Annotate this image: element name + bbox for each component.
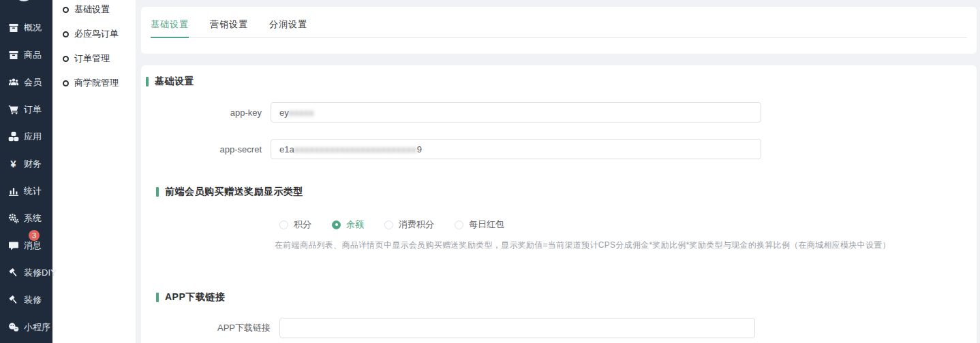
sidebar-item-label: 会员 [24, 76, 42, 88]
radio-circle-icon [455, 220, 463, 229]
sidebar-item-label: 订单 [24, 103, 42, 116]
section-bar-icon [146, 77, 149, 86]
app-key-input[interactable]: eyxxxxx [271, 102, 761, 122]
sidebar-item-stats[interactable]: 统计 [0, 178, 52, 205]
reward-type-help-text: 在前端商品列表、商品详情页中显示会员购买赠送奖励类型，显示奖励值=当前渠道预计C… [275, 240, 977, 251]
messages-badge: 3 [29, 230, 40, 241]
sidebar-item-label: 商品 [24, 49, 42, 61]
system-icon [7, 213, 19, 224]
section-basic-settings: 基础设置 [146, 65, 977, 88]
submenu-item-order-management[interactable]: 订单管理 [52, 46, 136, 71]
app-secret-label: app-secret [141, 144, 271, 154]
section-bar-icon [156, 187, 159, 197]
sidebar-item-label: 财务 [24, 158, 42, 170]
section-title-text: 基础设置 [155, 76, 194, 88]
sidebar-item-decorate[interactable]: 装修 [0, 287, 52, 314]
radio-circle-icon [332, 220, 341, 229]
sidebar-item-label: 消息 [24, 240, 42, 252]
app-secret-input[interactable]: e1axxxxxxxxxxxxxxxxxxxxxxxx9 [271, 139, 761, 159]
submenu-item-label: 必应鸟订单 [74, 28, 119, 40]
section-title-text: APP下载链接 [165, 291, 225, 304]
section-app-download-link: APP下载链接 [156, 291, 977, 304]
stats-icon [7, 186, 19, 197]
overview-icon [7, 22, 19, 33]
radio-circle-icon [384, 220, 393, 229]
app-root: 概况 商品 会员 订单 应用 ¥ [0, 0, 980, 343]
circle-bullet-icon [63, 56, 69, 62]
section-reward-display-type: 前端会员购买赠送奖励显示类型 [156, 186, 977, 198]
submenu-item-basic-settings[interactable]: 基础设置 [52, 0, 136, 22]
tab-basic-settings[interactable]: 基础设置 [151, 18, 189, 37]
sidebar-item-goods[interactable]: 商品 [0, 42, 52, 69]
submenu-item-business-school[interactable]: 商学院管理 [52, 71, 136, 95]
radio-balance[interactable]: 余额 [332, 218, 364, 231]
circle-bullet-icon [63, 31, 69, 37]
app-key-value-masked: xxxxx [289, 108, 315, 118]
app-download-link-label: APP下载链接 [141, 322, 279, 334]
tab-profit-sharing-settings[interactable]: 分润设置 [269, 18, 307, 37]
radio-circle-icon [279, 220, 288, 229]
tab-bar: 基础设置 营销设置 分润设置 [151, 7, 967, 38]
circle-bullet-icon [63, 7, 69, 13]
sidebar-item-label: 装修 [24, 294, 42, 306]
sidebar-item-finance[interactable]: ¥ 财务 [0, 150, 52, 178]
sidebar-item-label: 小程序 [24, 321, 50, 333]
miniprogram-icon [7, 322, 19, 333]
radio-points[interactable]: 积分 [279, 218, 311, 231]
decorate-icon [7, 295, 19, 306]
main-content: 基础设置 营销设置 分润设置 基础设置 app-key eyxxxxx app-… [136, 0, 980, 343]
secondary-sidebar: 基础设置 必应鸟订单 订单管理 商学院管理 [52, 0, 136, 343]
sidebar-item-miniprogram[interactable]: 小程序 [0, 314, 52, 341]
app-secret-value-suffix: 9 [417, 144, 422, 154]
messages-icon [7, 240, 19, 251]
apps-icon [7, 131, 19, 142]
sidebar-item-label: 装修DIY [24, 267, 57, 279]
app-key-row: app-key eyxxxxx [141, 102, 977, 122]
tabs-card: 基础设置 营销设置 分润设置 [141, 7, 977, 54]
sidebar-item-orders[interactable]: 订单 [0, 96, 52, 123]
app-secret-row: app-secret e1axxxxxxxxxxxxxxxxxxxxxxxx9 [141, 139, 977, 159]
primary-sidebar: 概况 商品 会员 订单 应用 ¥ [0, 0, 52, 343]
submenu-item-bingyingniao-orders[interactable]: 必应鸟订单 [52, 22, 136, 46]
sidebar-item-messages[interactable]: 消息 3 [0, 232, 52, 259]
section-bar-icon [156, 293, 159, 302]
submenu-item-label: 基础设置 [74, 3, 110, 16]
sidebar-item-label: 系统 [24, 212, 42, 225]
app-secret-value-masked: xxxxxxxxxxxxxxxxxxxxxxxx [294, 144, 417, 154]
orders-icon [7, 104, 19, 115]
goods-icon [7, 50, 19, 61]
sidebar-item-decorate-diy[interactable]: 装修DIY [0, 259, 52, 287]
decorate-diy-icon [7, 267, 19, 278]
reward-type-radio-group: 积分 余额 消费积分 每日红包 [141, 218, 977, 231]
sidebar-item-system[interactable]: 系统 [0, 205, 52, 232]
avatar[interactable] [14, 0, 33, 1]
finance-icon: ¥ [7, 159, 19, 169]
app-key-value-prefix: ey [279, 108, 289, 118]
app-download-link-row: APP下载链接 [141, 318, 977, 338]
radio-daily-red-packet[interactable]: 每日红包 [455, 218, 504, 231]
app-download-link-input[interactable] [279, 318, 755, 338]
submenu-item-label: 商学院管理 [74, 77, 119, 89]
app-key-label: app-key [141, 108, 271, 118]
circle-bullet-icon [63, 80, 69, 86]
tab-marketing-settings[interactable]: 营销设置 [210, 18, 248, 37]
members-icon [7, 77, 19, 88]
radio-consumption-points[interactable]: 消费积分 [384, 218, 434, 231]
sidebar-item-apps[interactable]: 应用 [0, 123, 52, 150]
sidebar-item-members[interactable]: 会员 [0, 69, 52, 96]
settings-form-card: 基础设置 app-key eyxxxxx app-secret e1axxxxx… [141, 65, 977, 343]
submenu-item-label: 订单管理 [74, 52, 110, 65]
app-secret-value-prefix: e1a [279, 144, 294, 154]
sidebar-item-label: 统计 [24, 185, 42, 197]
sidebar-item-overview[interactable]: 概况 [0, 14, 52, 42]
section-title-text: 前端会员购买赠送奖励显示类型 [165, 186, 303, 198]
sidebar-item-label: 应用 [24, 131, 42, 143]
sidebar-item-label: 概况 [24, 22, 42, 34]
